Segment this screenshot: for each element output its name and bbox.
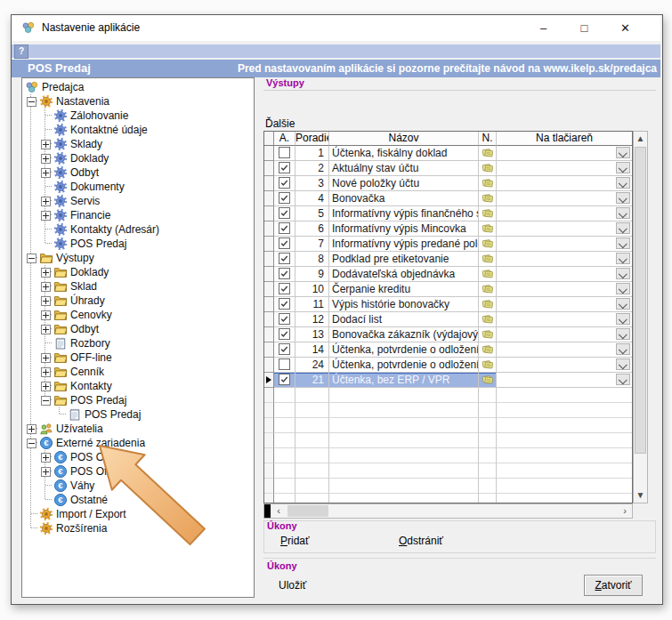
tree-item[interactable]: Kontakty (Adresár) — [24, 222, 254, 237]
expand-toggle[interactable] — [41, 325, 51, 334]
tree-item[interactable]: Ostatné — [24, 493, 254, 507]
expand-toggle[interactable] — [27, 424, 36, 434]
tree-item[interactable]: Cenovky — [24, 308, 254, 322]
tree-item[interactable]: Sklady — [24, 137, 254, 151]
active-checkbox[interactable] — [279, 147, 290, 158]
dropdown-button[interactable] — [616, 192, 630, 204]
printer-select[interactable] — [497, 282, 632, 297]
active-checkbox[interactable] — [279, 328, 290, 340]
table-row[interactable]: 3Nové položky účtu — [264, 176, 632, 191]
active-checkbox[interactable] — [279, 192, 290, 204]
active-checkbox[interactable] — [279, 177, 290, 189]
tree-item[interactable]: Servis — [24, 194, 254, 208]
dropdown-button[interactable] — [616, 343, 630, 355]
printer-select[interactable] — [497, 252, 632, 267]
expand-toggle[interactable] — [41, 282, 51, 292]
table-row[interactable]: 10Čerpanie kreditu — [264, 282, 632, 297]
dropdown-button[interactable] — [616, 222, 630, 234]
h-scroll-thumb[interactable] — [287, 505, 328, 517]
dropdown-button[interactable] — [616, 238, 630, 249]
printer-select[interactable] — [497, 373, 632, 388]
expand-toggle[interactable] — [41, 268, 51, 278]
expand-toggle[interactable] — [41, 396, 51, 406]
expand-toggle[interactable] — [41, 140, 51, 149]
tree-item[interactable]: Doklady — [24, 151, 254, 165]
expand-toggle[interactable] — [41, 367, 51, 377]
dropdown-button[interactable] — [616, 207, 630, 219]
printer-select[interactable] — [497, 342, 632, 358]
dropdown-button[interactable] — [616, 374, 630, 385]
printer-select[interactable] — [497, 146, 632, 161]
dropdown-button[interactable] — [616, 268, 630, 279]
tree-item[interactable]: Rozbory — [24, 336, 254, 350]
table-row[interactable]: 13Bonovačka zákazník (výdajový lís — [264, 327, 632, 342]
tree-item[interactable]: Sklad — [24, 279, 254, 294]
active-checkbox[interactable] — [279, 207, 290, 219]
table-row[interactable]: 2Aktuálny stav účtu — [264, 161, 632, 176]
tree-item[interactable]: Import / Export — [24, 507, 254, 521]
tree-item[interactable]: POS On-line — [24, 450, 254, 464]
active-checkbox[interactable] — [279, 283, 290, 294]
close-dialog-button[interactable]: Zatvoriť — [584, 575, 643, 596]
tree-item[interactable]: Doklady — [24, 265, 254, 279]
minimize-button[interactable]: – — [523, 15, 563, 41]
printer-select[interactable] — [497, 358, 632, 373]
table-row[interactable]: 9Dodávateľská objednávka — [264, 267, 632, 282]
expand-toggle[interactable] — [41, 310, 51, 320]
table-row[interactable]: 12Dodací list — [264, 312, 632, 327]
scroll-thumb[interactable] — [635, 147, 646, 454]
expand-toggle[interactable] — [41, 197, 51, 206]
printer-select[interactable] — [497, 221, 632, 237]
expand-toggle[interactable] — [41, 467, 51, 477]
scroll-down-button[interactable]: ▼︎ — [634, 488, 647, 503]
printer-select[interactable] — [497, 191, 632, 206]
active-checkbox[interactable] — [279, 374, 290, 385]
tree-item[interactable]: Úhrady — [24, 294, 254, 308]
printer-select[interactable] — [497, 161, 632, 176]
dropdown-button[interactable] — [616, 253, 630, 264]
vertical-scrollbar[interactable]: ▲︎ ▼︎ — [633, 131, 648, 503]
tree-item[interactable]: Externé zariadenia — [24, 436, 254, 450]
tree-item[interactable]: Kontakty — [24, 379, 254, 393]
dropdown-button[interactable] — [616, 283, 630, 294]
add-button[interactable]: Pridať — [280, 535, 310, 547]
expand-toggle[interactable] — [41, 296, 51, 306]
scroll-up-button[interactable]: ▲︎ — [634, 132, 647, 146]
printer-select[interactable] — [497, 267, 632, 282]
table-row[interactable]: 8Podklad pre etiketovanie — [264, 252, 632, 267]
dropdown-button[interactable] — [616, 358, 630, 370]
horizontal-scrollbar[interactable]: ‹ › — [263, 503, 633, 519]
tree-item[interactable]: POS Predaj — [24, 407, 254, 422]
tree-item[interactable]: OFF-line — [24, 350, 254, 365]
expand-toggle[interactable] — [41, 353, 51, 363]
table-row[interactable]: 11Výpis histórie bonovačky — [264, 297, 632, 312]
printer-select[interactable] — [497, 237, 632, 252]
expand-toggle[interactable] — [41, 154, 51, 164]
table-row[interactable]: 6Informatívny výpis Mincovka — [264, 221, 632, 237]
expand-toggle[interactable] — [41, 382, 51, 391]
table-row[interactable]: 14Účtenka, potvrdenie o odložení — [264, 342, 632, 358]
tree-item[interactable]: Nastavenia — [24, 94, 254, 109]
help-button[interactable]: ? — [14, 44, 28, 59]
tree-item[interactable]: Užívatelia — [24, 422, 254, 436]
tree-item[interactable]: Váhy — [24, 479, 254, 493]
expand-toggle[interactable] — [41, 168, 51, 178]
dropdown-button[interactable] — [616, 313, 630, 325]
table-row[interactable]: 21Účtenka, bez ERP / VPR — [264, 373, 632, 388]
printer-select[interactable] — [497, 327, 632, 342]
printer-select[interactable] — [497, 297, 632, 312]
expand-toggle[interactable] — [27, 439, 36, 448]
printer-select[interactable] — [497, 176, 632, 191]
tree-item[interactable]: Predajca — [24, 80, 254, 94]
tree-item[interactable]: POS Predaj — [24, 393, 254, 407]
scroll-left-button[interactable]: ‹ — [271, 504, 286, 518]
printer-select[interactable] — [497, 206, 632, 221]
tree-item[interactable]: Odbyt — [24, 165, 254, 180]
tree-item[interactable]: Cenník — [24, 365, 254, 379]
table-row[interactable]: 4Bonovačka — [264, 191, 632, 206]
dropdown-button[interactable] — [616, 328, 630, 340]
tree-item[interactable]: Kontaktné údaje — [24, 123, 254, 137]
dropdown-button[interactable] — [616, 147, 630, 158]
tree-item[interactable]: Zálohovanie — [24, 109, 254, 123]
table-row[interactable]: 5Informatívny výpis finančného sta — [264, 206, 632, 221]
